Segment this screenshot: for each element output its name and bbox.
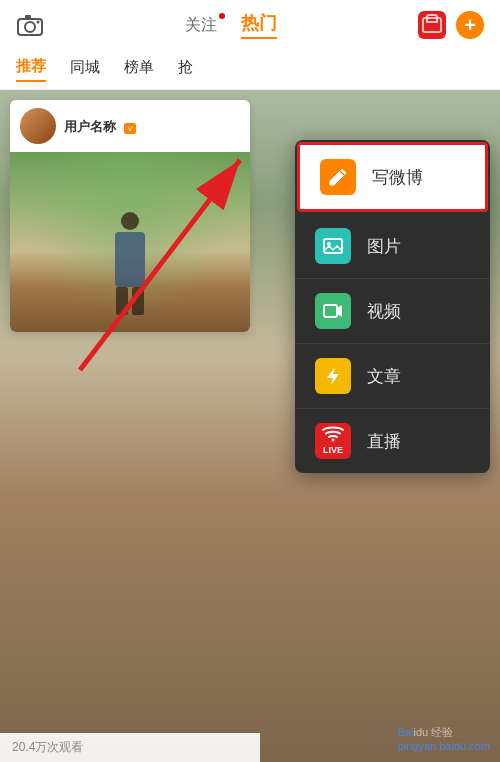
top-bar-right: +: [418, 11, 484, 39]
user-name: 用户名称: [64, 119, 116, 134]
lightning-icon: [322, 365, 344, 387]
view-count: 20.4万次观看: [12, 740, 83, 754]
top-bar-center: 关注 热门: [185, 11, 277, 39]
svg-point-9: [331, 438, 334, 441]
notification-badge[interactable]: [418, 11, 446, 39]
avatar: [20, 108, 56, 144]
user-info: 用户名称 V: [10, 100, 250, 152]
photo-icon-wrap: [315, 228, 351, 264]
sub-nav-ranking[interactable]: 榜单: [124, 58, 154, 81]
vip-badge: V: [124, 123, 135, 134]
figure-silhouette: [110, 212, 150, 312]
figure-legs: [116, 287, 144, 315]
svg-rect-2: [25, 15, 31, 19]
menu-item-write[interactable]: 写微博: [297, 142, 488, 212]
figure-body: [115, 232, 145, 287]
camera-icon[interactable]: [16, 11, 44, 39]
menu-label-write: 写微博: [372, 166, 423, 189]
top-nav-bar: 关注 热门 +: [0, 0, 500, 50]
figure-leg-left: [116, 287, 128, 315]
article-icon-wrap: [315, 358, 351, 394]
wifi-icon: [322, 425, 344, 443]
sub-nav: 推荐 同城 榜单 抢: [0, 50, 500, 90]
content-card[interactable]: 用户名称 V: [10, 100, 250, 332]
figure-leg-right: [132, 287, 144, 315]
nav-hot[interactable]: 热门: [241, 11, 277, 39]
watermark: Baiidu 经验 pingyan.baidu.com: [398, 725, 490, 752]
figure-head: [121, 212, 139, 230]
menu-item-article[interactable]: 文章: [295, 344, 490, 409]
menu-label-article: 文章: [367, 365, 401, 388]
nav-follow[interactable]: 关注: [185, 15, 217, 36]
menu-label-live: 直播: [367, 430, 401, 453]
sub-nav-recommend[interactable]: 推荐: [16, 57, 46, 82]
top-bar-left: [16, 11, 44, 39]
view-count-bar: 20.4万次观看: [0, 733, 260, 762]
card-photo: [10, 152, 250, 332]
sub-nav-grab[interactable]: 抢: [178, 58, 193, 81]
image-icon: [322, 235, 344, 257]
dropdown-menu: 写微博 图片 视频: [295, 140, 490, 473]
edit-icon: [327, 166, 349, 188]
video-icon: [322, 300, 344, 322]
svg-point-1: [25, 22, 35, 32]
sub-nav-nearby[interactable]: 同城: [70, 58, 100, 81]
live-icon-wrap: LIVE: [315, 423, 351, 459]
menu-item-photo[interactable]: 图片: [295, 214, 490, 279]
plus-button[interactable]: +: [456, 11, 484, 39]
watermark-site: pingyan.baidu.com: [398, 740, 490, 752]
menu-item-video[interactable]: 视频: [295, 279, 490, 344]
main-content: 用户名称 V 20.4万次观看: [0, 90, 500, 762]
menu-label-photo: 图片: [367, 235, 401, 258]
menu-label-video: 视频: [367, 300, 401, 323]
svg-point-3: [37, 21, 40, 24]
live-wifi-icon: LIVE: [320, 425, 346, 458]
write-icon-wrap: [320, 159, 356, 195]
live-text-badge: LIVE: [320, 443, 346, 458]
svg-rect-8: [324, 305, 337, 317]
video-icon-wrap: [315, 293, 351, 329]
watermark-brand: Bai: [398, 726, 414, 738]
menu-item-live[interactable]: LIVE 直播: [295, 409, 490, 473]
